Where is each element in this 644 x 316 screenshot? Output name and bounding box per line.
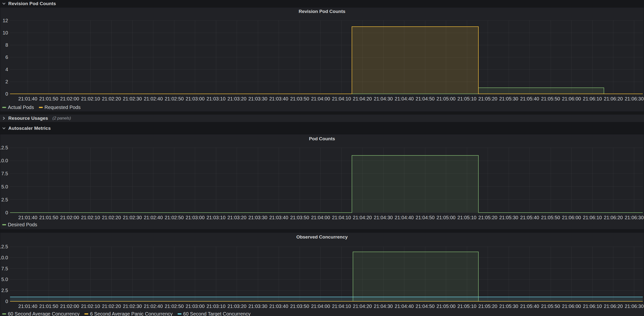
legend-item-requested-pods[interactable]: Requested Pods (39, 105, 81, 110)
x-tick-label: 21:03:10 (206, 96, 226, 101)
y-tick-label: 0 (6, 91, 8, 96)
legend-item-6-second-average-panic-concurrency[interactable]: 6 Second Average Panic Concurrency (84, 311, 173, 316)
series-actual-pods (10, 88, 643, 94)
x-tick-label: 21:06:30 (625, 304, 644, 309)
panel-observed-concurrency: Observed Concurrency 02.55.07.510.012.52… (0, 232, 644, 316)
legend-item-60-second-target-concurrency[interactable]: 60 Second Target Concurrency (178, 311, 250, 316)
row-title: Resource Usages (8, 116, 48, 121)
legend-label: Actual Pods (8, 105, 34, 110)
panel-title[interactable]: Observed Concurrency (0, 233, 644, 242)
y-tick-label: 2.5 (1, 197, 8, 202)
x-tick-label: 21:04:40 (395, 215, 414, 220)
x-tick-label: 21:02:20 (102, 215, 121, 220)
x-tick-label: 21:02:10 (81, 96, 100, 101)
y-tick-label: 0 (6, 299, 8, 304)
x-tick-label: 21:05:50 (541, 96, 560, 101)
panel-title[interactable]: Pod Counts (0, 134, 644, 143)
x-tick-label: 21:04:10 (332, 304, 351, 309)
x-tick-label: 21:05:10 (458, 304, 476, 309)
legend: Desired Pods (0, 221, 644, 228)
row-header-resource-usages[interactable]: Resource Usages (2 panels) (0, 115, 644, 122)
grid-lines (10, 20, 643, 94)
x-tick-label: 21:05:20 (478, 215, 498, 220)
x-tick-label: 21:06:00 (562, 304, 581, 309)
chevron-right-icon (2, 116, 6, 120)
legend-label: 60 Second Average Concurrency (8, 311, 80, 316)
x-tick-label: 21:01:50 (39, 304, 58, 309)
x-tick-label: 21:02:00 (60, 96, 79, 101)
x-axis-labels: 21:01:4021:01:5021:02:0021:02:1021:02:20… (18, 96, 644, 101)
y-tick-label: 4 (6, 67, 8, 72)
x-tick-label: 21:04:10 (332, 215, 351, 220)
x-tick-label: 21:02:40 (144, 215, 163, 220)
x-tick-label: 21:02:50 (164, 96, 184, 101)
x-tick-label: 21:05:00 (436, 96, 456, 101)
x-tick-label: 21:05:00 (436, 215, 456, 220)
panel-title[interactable]: Revision Pod Counts (0, 7, 644, 15)
y-tick-label: 5.0 (1, 184, 8, 189)
x-tick-label: 21:03:40 (269, 304, 288, 309)
x-tick-label: 21:02:20 (102, 96, 121, 101)
x-tick-label: 21:06:20 (604, 96, 623, 101)
y-tick-label: 12.5 (0, 244, 8, 249)
y-tick-label: 0 (6, 210, 8, 215)
x-tick-label: 21:04:00 (311, 304, 330, 309)
x-tick-label: 21:03:30 (248, 215, 267, 220)
grid-lines (10, 148, 643, 213)
legend-label: 60 Second Target Concurrency (183, 311, 250, 316)
y-tick-label: 7.5 (1, 171, 8, 176)
y-tick-label: 5.0 (1, 277, 8, 282)
legend-item-desired-pods[interactable]: Desired Pods (2, 222, 37, 228)
chevron-down-icon (2, 2, 6, 6)
x-tick-label: 21:04:00 (311, 96, 330, 101)
time-series-chart-observed-concurrency[interactable]: 02.55.07.510.012.521:01:4021:01:5021:02:… (0, 242, 644, 309)
x-tick-label: 21:02:20 (102, 304, 121, 309)
x-tick-label: 21:03:10 (206, 215, 226, 220)
x-tick-label: 21:03:00 (186, 96, 205, 101)
x-tick-label: 21:03:00 (186, 215, 205, 220)
time-series-chart-pod-counts[interactable]: 02.55.07.510.012.521:01:4021:01:5021:02:… (0, 143, 644, 220)
legend-swatch-icon (39, 107, 43, 108)
y-axis-labels: 02.55.07.510.012.5 (0, 244, 8, 304)
row-header-revision-pod-counts[interactable]: Revision Pod Counts (0, 0, 644, 7)
legend-label: 6 Second Average Panic Concurrency (90, 311, 173, 316)
chevron-down-icon (2, 126, 6, 130)
x-tick-label: 21:04:20 (353, 96, 372, 101)
series-60-second-target-concurrency (10, 297, 643, 301)
x-tick-label: 21:01:40 (18, 96, 38, 101)
x-axis-labels: 21:01:4021:01:5021:02:0021:02:1021:02:20… (18, 304, 644, 309)
x-tick-label: 21:04:10 (332, 96, 351, 101)
legend-item-actual-pods[interactable]: Actual Pods (2, 105, 34, 110)
grid-lines (10, 247, 643, 301)
x-tick-label: 21:06:20 (604, 304, 623, 309)
x-tick-label: 21:03:40 (269, 215, 288, 220)
x-tick-label: 21:04:20 (353, 304, 372, 309)
x-tick-label: 21:06:30 (625, 215, 644, 220)
x-tick-label: 21:03:50 (290, 304, 309, 309)
x-tick-label: 21:05:40 (520, 215, 539, 220)
x-tick-label: 21:01:40 (18, 215, 38, 220)
x-tick-label: 21:02:10 (81, 304, 100, 309)
x-tick-label: 21:04:30 (374, 215, 393, 220)
panel-pod-counts: Pod Counts 02.55.07.510.012.521:01:4021:… (0, 134, 644, 230)
x-tick-label: 21:03:00 (186, 304, 205, 309)
y-tick-label: 6 (6, 54, 8, 60)
x-tick-label: 21:02:40 (144, 96, 163, 101)
x-tick-label: 21:04:50 (416, 215, 435, 220)
x-tick-label: 21:06:20 (604, 215, 623, 220)
series-60-second-average-concurrency (10, 252, 643, 302)
x-axis-labels: 21:01:4021:01:5021:02:0021:02:1021:02:20… (18, 215, 644, 220)
x-tick-label: 21:06:10 (583, 215, 602, 220)
x-tick-label: 21:03:50 (290, 96, 309, 101)
x-tick-label: 21:02:00 (60, 304, 79, 309)
x-tick-label: 21:04:50 (416, 304, 435, 309)
x-tick-label: 21:02:50 (164, 215, 184, 220)
legend: Actual PodsRequested Pods (0, 104, 644, 110)
row-header-autoscaler-metrics[interactable]: Autoscaler Metrics (0, 124, 644, 132)
time-series-chart-revision-pod-counts[interactable]: 02468101221:01:4021:01:5021:02:0021:02:1… (0, 15, 644, 102)
y-tick-label: 12 (3, 18, 8, 23)
x-tick-label: 21:02:30 (123, 215, 142, 220)
y-tick-label: 2 (6, 79, 8, 84)
legend-swatch-icon (84, 313, 88, 315)
legend-item-60-second-average-concurrency[interactable]: 60 Second Average Concurrency (2, 311, 80, 316)
